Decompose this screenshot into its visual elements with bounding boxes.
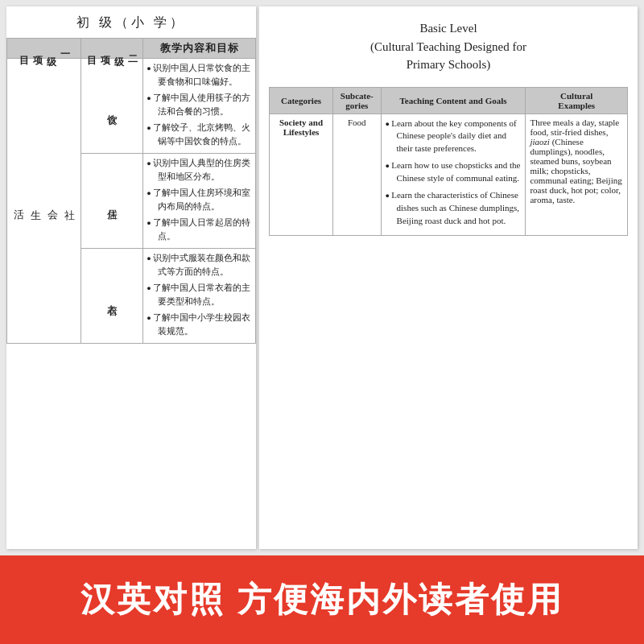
cn-subcat-housing: 居住	[81, 154, 143, 249]
en-header-content: Teaching Content and Goals	[381, 87, 526, 114]
en-header-subcategories: Subcate-gories	[333, 87, 382, 114]
en-cat-society: Society andLifestyles	[270, 114, 333, 236]
cn-header-col2: 二级项目	[81, 39, 143, 59]
en-header-examples: CulturalExamples	[526, 87, 628, 114]
right-page: Basic Level (Cultural Teaching Designed …	[259, 6, 638, 549]
cn-subcat-food: 饮食	[81, 59, 143, 154]
cn-header-col3: 教学内容和目标	[143, 39, 256, 59]
cn-row-food: 社会生活 饮食 识别中国人日常饮食的主要食物和口味偏好。 了解中国人使用筷子的方…	[7, 59, 256, 154]
en-header-categories: Categories	[270, 87, 333, 114]
english-table: Categories Subcate-gories Teaching Conte…	[269, 87, 628, 237]
cn-content-housing: 识别中国人典型的住房类型和地区分布。 了解中国人住房环境和室内布局的特点。 了解…	[143, 154, 256, 249]
en-content-food: Learn about the key components of Chines…	[381, 114, 526, 236]
cn-cat-society: 社会生活	[7, 59, 81, 344]
bottom-banner: 汉英对照 方便海内外读者使用	[0, 555, 644, 644]
right-page-title: Basic Level (Cultural Teaching Designed …	[269, 19, 628, 74]
left-page-title: 初 级（小 学）	[6, 14, 256, 31]
banner-text: 汉英对照 方便海内外读者使用	[80, 577, 564, 622]
cn-subcat-clothing: 衣着	[81, 249, 143, 344]
chinese-table: 一级项目 二级项目 教学内容和目标 社会生活 饮食 识别中国人日常饮食的主要食物…	[6, 38, 256, 344]
en-row-food: Society andLifestyles Food Learn about t…	[270, 114, 628, 236]
en-header-row: Categories Subcate-gories Teaching Conte…	[270, 87, 628, 114]
cn-content-clothing: 识别中式服装在颜色和款式等方面的特点。 了解中国人日常衣着的主要类型和特点。 了…	[143, 249, 256, 344]
right-title-line3: Primary Schools)	[407, 58, 491, 71]
right-title-line1: Basic Level	[419, 22, 477, 35]
cn-content-food: 识别中国人日常饮食的主要食物和口味偏好。 了解中国人使用筷子的方法和合餐的习惯。…	[143, 59, 256, 154]
pages-container: 初 级（小 学） 一级项目 二级项目 教学内容和目标 社会生活 饮食 识别中国人…	[0, 0, 644, 555]
cn-header-col1: 一级项目	[7, 39, 81, 59]
en-examples-food: Three meals a day, staple food, stir-fri…	[526, 114, 628, 236]
left-page: 初 级（小 学） 一级项目 二级项目 教学内容和目标 社会生活 饮食 识别中国人…	[6, 6, 256, 549]
right-title-line2: (Cultural Teaching Designed for	[370, 40, 526, 53]
en-subcat-food: Food	[333, 114, 382, 236]
